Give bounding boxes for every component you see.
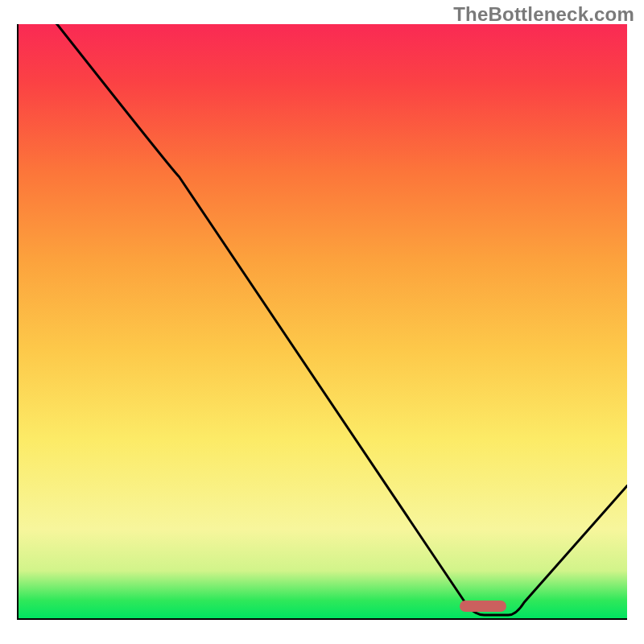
curve-path [19,24,627,615]
bottleneck-curve [19,24,627,618]
chart-container: TheBottleneck.com [0,0,644,644]
watermark-text: TheBottleneck.com [453,3,634,26]
plot-area [17,24,627,620]
optimal-range-marker [460,601,506,612]
